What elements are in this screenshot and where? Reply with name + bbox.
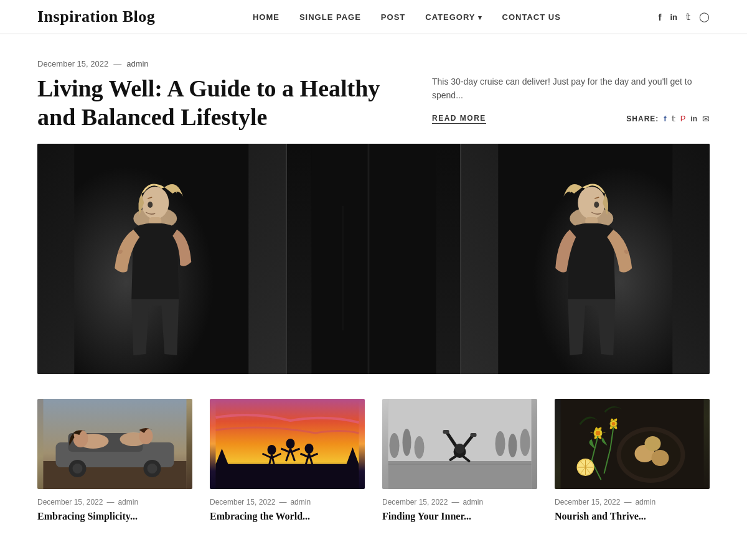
grid-image-2[interactable]	[210, 399, 365, 489]
svg-point-2	[141, 187, 169, 219]
meta-dash: —	[113, 59, 121, 68]
svg-point-55	[612, 422, 616, 426]
grid-image-3[interactable]	[382, 399, 537, 489]
social-icons-group: f in 𝕥 ◯	[658, 11, 710, 22]
grid-post-3-title[interactable]: Finding Your Inner...	[382, 510, 537, 523]
svg-point-37	[496, 431, 505, 456]
nav-contact[interactable]: CONTACT US	[502, 12, 561, 22]
featured-post-meta: December 15, 2022 — admin	[37, 59, 710, 68]
svg-rect-7	[342, 206, 343, 330]
grid-post-2-date: December 15, 2022	[210, 498, 275, 506]
posts-grid: December 15, 2022 — admin Embracing Simp…	[37, 399, 710, 523]
nav-home[interactable]: HOME	[253, 12, 280, 22]
svg-point-38	[509, 434, 517, 457]
featured-post: December 15, 2022 — admin Living Well: A…	[37, 59, 710, 374]
share-email-icon[interactable]: ✉	[702, 114, 710, 124]
share-label: SHARE:	[626, 114, 659, 123]
svg-rect-5	[311, 144, 436, 374]
share-pinterest-icon[interactable]: P	[680, 114, 686, 123]
facebook-icon[interactable]: f	[658, 12, 661, 22]
linkedin-icon[interactable]: in	[670, 12, 677, 22]
grid-post-4: December 15, 2022 — admin Nourish and Th…	[555, 399, 710, 523]
grid-post-3-date: December 15, 2022	[382, 498, 448, 506]
grid-post-1: December 15, 2022 — admin Embracing Simp…	[37, 399, 192, 523]
svg-rect-6	[367, 144, 369, 374]
grid-post-2-meta: December 15, 2022 — admin	[210, 498, 365, 506]
featured-post-title: Living Well: A Guide to a Healthy and Ba…	[37, 75, 407, 131]
share-row: SHARE: f 𝕥 P in ✉	[626, 114, 710, 124]
grid-post-2-title[interactable]: Embracing the World...	[210, 510, 365, 523]
svg-point-39	[520, 429, 530, 456]
grid-post-4-author: admin	[635, 498, 655, 506]
svg-rect-31	[388, 461, 532, 489]
grid-post-2-dash: —	[279, 498, 286, 506]
grid-post-3-author: admin	[463, 498, 483, 506]
site-logo[interactable]: Inspiration Blog	[37, 7, 155, 26]
svg-point-27	[268, 445, 276, 455]
svg-point-35	[403, 429, 411, 456]
svg-point-10	[578, 187, 606, 219]
grid-post-1-author: admin	[118, 498, 138, 506]
grid-post-3-meta: December 15, 2022 — admin	[382, 498, 537, 506]
nav-single-page[interactable]: SINGLE PAGE	[299, 12, 361, 22]
svg-point-28	[286, 439, 295, 449]
grid-post-1-date: December 15, 2022	[37, 498, 103, 506]
grid-post-2: December 15, 2022 — admin Embracing the …	[210, 399, 365, 523]
svg-point-48	[652, 450, 669, 466]
svg-rect-42	[443, 430, 449, 434]
svg-point-36	[415, 436, 425, 459]
grid-post-4-date: December 15, 2022	[555, 498, 620, 506]
featured-excerpt-area: This 30-day cruise can deliver! Just pay…	[432, 75, 710, 124]
svg-point-52	[596, 431, 601, 436]
site-header: Inspiration Blog HOME SINGLE PAGE POST C…	[0, 0, 747, 34]
grid-post-3: December 15, 2022 — admin Finding Your I…	[382, 399, 537, 523]
grid-post-4-meta: December 15, 2022 — admin	[555, 498, 710, 506]
hero-panel-middle	[287, 144, 462, 374]
read-more-row: READ MORE SHARE: f 𝕥 P in ✉	[432, 114, 710, 124]
svg-point-49	[645, 436, 661, 451]
svg-rect-26	[216, 464, 359, 489]
hero-image	[37, 144, 710, 374]
featured-layout: Living Well: A Guide to a Healthy and Ba…	[37, 75, 710, 131]
featured-post-date: December 15, 2022	[37, 59, 108, 68]
grid-post-1-dash: —	[106, 498, 114, 506]
featured-excerpt-text: This 30-day cruise can deliver! Just pay…	[432, 75, 710, 103]
main-nav: HOME SINGLE PAGE POST CATEGORY CONTACT U…	[253, 12, 561, 22]
grid-post-1-title[interactable]: Embracing Simplicity...	[37, 510, 192, 523]
grid-post-3-dash: —	[451, 498, 459, 506]
featured-post-author: admin	[126, 59, 148, 68]
hero-panel-right	[461, 144, 710, 374]
share-twitter-icon[interactable]: 𝕥	[672, 114, 675, 123]
hero-panel-left	[37, 144, 287, 374]
svg-point-34	[390, 433, 400, 458]
grid-post-1-meta: December 15, 2022 — admin	[37, 498, 192, 506]
nav-post[interactable]: POST	[381, 12, 405, 22]
svg-point-23	[73, 464, 83, 474]
grid-post-4-title[interactable]: Nourish and Thrive...	[555, 510, 710, 523]
grid-post-2-author: admin	[290, 498, 311, 506]
grid-image-1[interactable]	[37, 399, 192, 489]
grid-post-4-dash: —	[624, 498, 631, 506]
svg-rect-43	[471, 433, 477, 437]
svg-point-41	[455, 444, 465, 454]
read-more-link[interactable]: READ MORE	[432, 114, 486, 124]
share-linkedin-icon[interactable]: in	[690, 114, 697, 123]
share-facebook-icon[interactable]: f	[664, 114, 666, 123]
twitter-icon[interactable]: 𝕥	[686, 11, 690, 22]
main-content: December 15, 2022 — admin Living Well: A…	[0, 34, 747, 548]
svg-point-24	[148, 464, 157, 474]
svg-point-4	[148, 202, 153, 208]
svg-point-29	[305, 444, 314, 454]
nav-category[interactable]: CATEGORY	[425, 12, 482, 22]
instagram-icon[interactable]: ◯	[699, 11, 710, 22]
grid-image-4[interactable]	[555, 399, 710, 489]
svg-point-12	[594, 202, 599, 208]
